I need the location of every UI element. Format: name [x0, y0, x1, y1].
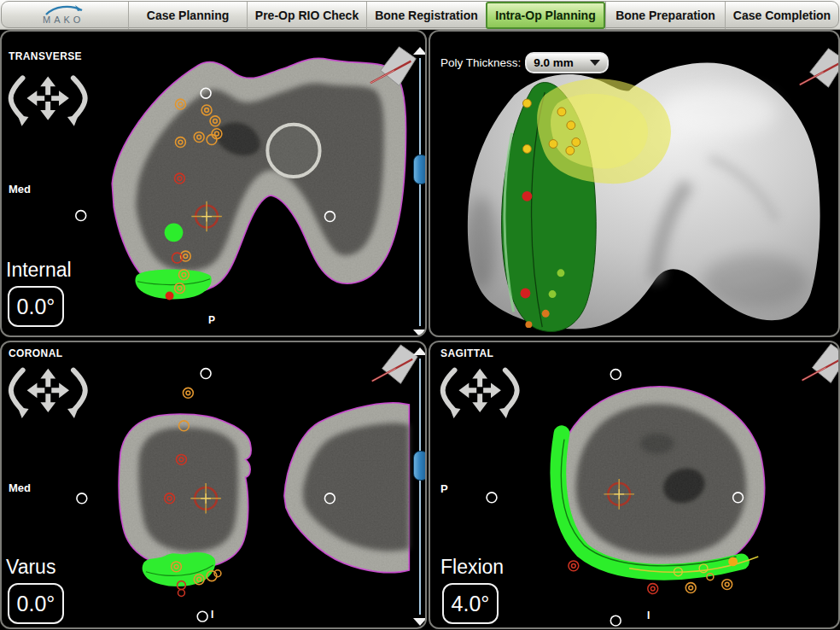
viewport-3d-model: Poly Thickness: 9.0 mm [429, 30, 840, 337]
top-tab-bar: MAKO Case Planning Pre-Op RIO Check Bone… [0, 0, 840, 30]
view-title-coronal: CORONAL [9, 347, 62, 359]
pan-rotate-control[interactable] [443, 369, 517, 418]
view-title-transverse: TRANSVERSE [9, 50, 82, 62]
flexion-angle-value: 4.0° [442, 583, 499, 624]
mako-logo-text: MAKO [43, 15, 84, 25]
varus-angle-label: Varus [6, 556, 55, 579]
medial-label: Med [9, 183, 31, 195]
tab-intra-op-planning[interactable]: Intra-Op Planning [486, 2, 605, 29]
slider-up-arrow[interactable] [413, 47, 427, 55]
coronal-ct-image[interactable] [2, 342, 425, 627]
cut-plane-icon[interactable] [802, 344, 838, 382]
viewport-transverse: TRANSVERSE Med P Internal 0.0° [0, 30, 427, 337]
cut-plane-icon[interactable] [372, 345, 417, 383]
cartilage-map-overlay [537, 79, 671, 184]
slider-down-arrow[interactable] [413, 330, 427, 337]
slider-up-arrow[interactable] [413, 347, 427, 355]
transverse-slice-slider[interactable] [412, 47, 427, 337]
varus-angle-value: 0.0° [8, 583, 64, 624]
internal-rotation-label: Internal [6, 259, 72, 282]
slider-track[interactable] [419, 359, 421, 615]
inferior-label: I [647, 610, 650, 621]
tab-case-completion[interactable]: Case Completion [725, 2, 838, 29]
posterior-label: P [440, 482, 448, 495]
coronal-slice-slider[interactable] [412, 347, 427, 626]
coronal-bone-slices [104, 393, 417, 586]
poly-thickness-label: Poly Thickness: [440, 56, 521, 69]
pan-rotate-control[interactable] [11, 76, 85, 125]
flexion-angle-label: Flexion [440, 556, 504, 579]
poly-thickness-value: 9.0 mm [534, 56, 574, 69]
tab-bone-registration[interactable]: Bone Registration [366, 2, 486, 29]
tab-case-planning[interactable]: Case Planning [128, 2, 247, 29]
tab-bone-preparation[interactable]: Bone Preparation [605, 2, 725, 29]
slider-thumb[interactable] [413, 155, 427, 184]
tab-pre-op-rio-check[interactable]: Pre-Op RIO Check [247, 2, 366, 29]
viewport-coronal: CORONAL Med I Varus 0.0° [0, 341, 427, 629]
cut-plane-icon[interactable] [800, 49, 838, 87]
slider-thumb[interactable] [413, 451, 427, 481]
transverse-ct-image[interactable] [2, 32, 425, 335]
poly-thickness-dropdown[interactable]: 9.0 mm [525, 52, 609, 73]
slider-down-arrow[interactable] [413, 618, 427, 626]
tab-bar-frame: MAKO Case Planning Pre-Op RIO Check Bone… [1, 1, 839, 28]
slider-track[interactable] [419, 58, 421, 326]
mako-logo: MAKO [2, 2, 128, 29]
dropdown-arrow-icon [590, 60, 600, 66]
transverse-bone-slice [87, 49, 417, 302]
pan-rotate-control[interactable] [11, 369, 85, 418]
medial-label: Med [9, 481, 31, 494]
inferior-label: I [211, 609, 213, 621]
view-title-sagittal: SAGITTAL [440, 347, 493, 359]
viewport-sagittal: SAGITTAL P I Flexion 4.0° [429, 341, 840, 629]
internal-rotation-value: 0.0° [8, 286, 64, 327]
femur-3d-view[interactable] [430, 32, 838, 335]
posterior-label: P [208, 314, 215, 326]
